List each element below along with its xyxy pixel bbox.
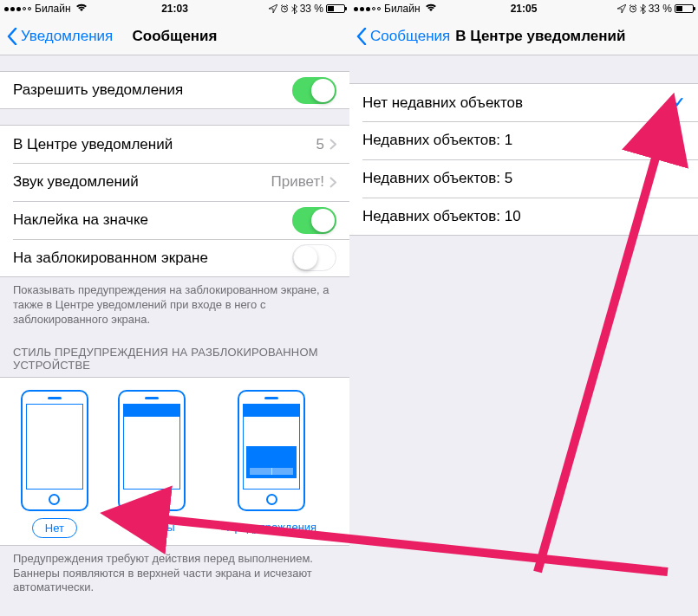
battery-icon [675, 4, 694, 13]
battery-icon [326, 4, 345, 13]
chevron-left-icon [7, 28, 17, 45]
location-icon [269, 4, 277, 13]
notification-center-value: 5 [316, 136, 324, 153]
settings-screen-messages: Билайн 21:03 33 % Уведомления Сообщения … [0, 0, 349, 616]
alert-style-header: СТИЛЬ ПРЕДУПРЕЖДЕНИЯ НА РАЗБЛОКИРОВАННОМ… [0, 334, 349, 377]
alert-style-alerts-label: Предупреждения [214, 518, 329, 536]
clock-label: 21:03 [161, 3, 188, 15]
badge-row: Наклейка на значке [0, 201, 349, 239]
settings-screen-in-center: Билайн 21:05 33 % Сообщения В Центре уве… [349, 0, 698, 616]
sound-value: Привет! [271, 173, 324, 191]
bluetooth-icon [640, 4, 646, 14]
back-label: Сообщения [370, 28, 450, 45]
option-10-label: Недавних объектов: 10 [362, 208, 685, 225]
messages-params-header: ПАРАМЕТРЫ «СООБЩЕНИЯ» [0, 601, 349, 616]
status-bar: Билайн 21:05 33 % [349, 0, 698, 17]
alert-style-none-label: Нет [32, 518, 77, 538]
alert-style-picker: Нет Баннеры Предупреждения [0, 377, 349, 546]
lockscreen-label: На заблокированном экране [13, 250, 292, 267]
signal-dots [354, 7, 381, 11]
back-button[interactable]: Уведомления [7, 28, 113, 45]
notification-center-label: В Центре уведомлений [13, 136, 316, 153]
notification-center-row[interactable]: В Центре уведомлений 5 [0, 125, 349, 163]
option-none[interactable]: Нет недавних объектов ✓ [349, 83, 698, 121]
sound-row[interactable]: Звук уведомлений Привет! [0, 163, 349, 201]
wifi-icon [75, 3, 88, 15]
badge-switch[interactable] [292, 207, 336, 234]
checkmark-icon: ✓ [673, 94, 685, 112]
alarm-icon [280, 4, 289, 13]
chevron-left-icon [356, 28, 367, 45]
alarm-icon [629, 4, 637, 13]
lockscreen-footer: Показывать предупреждения на заблокирова… [0, 277, 349, 334]
battery-percent: 33 % [300, 3, 323, 15]
option-5-label: Недавних объектов: 5 [362, 170, 685, 187]
alert-style-banners-label: Баннеры [116, 518, 187, 536]
back-label: Уведомления [21, 28, 113, 45]
option-1[interactable]: Недавних объектов: 1 [349, 121, 698, 159]
chevron-right-icon [329, 139, 336, 150]
phone-thumb-banners [118, 390, 186, 511]
wifi-icon [425, 3, 437, 15]
phone-thumb-alerts [238, 390, 305, 511]
badge-label: Наклейка на значке [13, 211, 292, 229]
allow-notifications-row: Разрешить уведомления [0, 71, 349, 109]
phone-thumb-none [21, 390, 88, 511]
page-title: В Центре уведомлений [455, 28, 625, 45]
nav-bar: Уведомления Сообщения [0, 17, 349, 55]
location-icon [617, 4, 626, 13]
signal-dots [4, 7, 31, 11]
option-5[interactable]: Недавних объектов: 5 [349, 159, 698, 198]
option-1-label: Недавних объектов: 1 [362, 132, 685, 149]
page-title: Сообщения [133, 28, 218, 45]
alert-style-alerts[interactable]: Предупреждения [214, 390, 329, 538]
allow-label: Разрешить уведомления [13, 81, 292, 99]
alert-style-banners[interactable]: Баннеры [116, 390, 187, 538]
carrier-label: Билайн [384, 3, 421, 15]
lockscreen-switch[interactable] [292, 244, 336, 271]
alert-style-none[interactable]: Нет [21, 390, 88, 538]
option-none-label: Нет недавних объектов [362, 94, 673, 112]
bluetooth-icon [291, 4, 297, 14]
chevron-right-icon [329, 177, 336, 188]
carrier-label: Билайн [35, 3, 71, 15]
back-button[interactable]: Сообщения [356, 28, 450, 45]
clock-label: 21:05 [511, 3, 538, 15]
alert-style-footer: Предупреждения требуют действия перед вы… [0, 546, 349, 602]
status-right: 33 % [617, 3, 694, 15]
option-10[interactable]: Недавних объектов: 10 [349, 198, 698, 236]
nav-bar: Сообщения В Центре уведомлений [349, 17, 698, 55]
battery-percent: 33 % [649, 3, 672, 15]
allow-notifications-switch[interactable] [292, 77, 336, 104]
status-right: 33 % [269, 3, 345, 15]
status-bar: Билайн 21:03 33 % [0, 0, 349, 17]
sound-label: Звук уведомлений [13, 173, 271, 191]
lockscreen-row: На заблокированном экране [0, 239, 349, 277]
